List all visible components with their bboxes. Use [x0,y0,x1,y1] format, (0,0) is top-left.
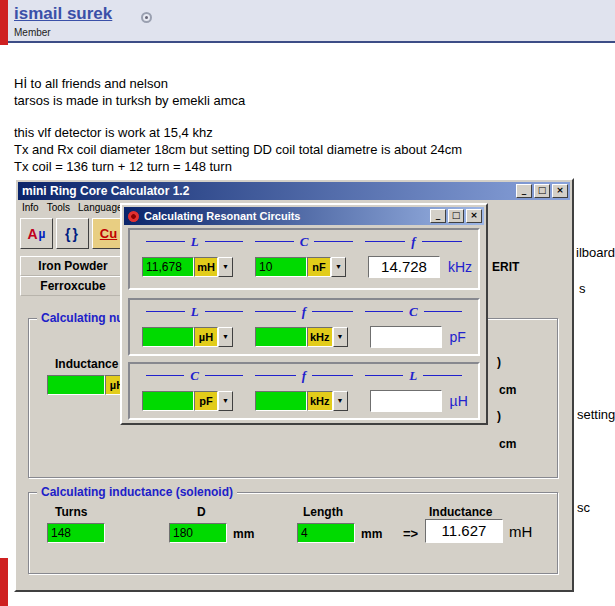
occluded-label-fragment: cm [499,383,516,397]
dropdown-arrow-icon[interactable]: ▼ [333,391,348,411]
row3-f-unit-chip[interactable]: kHz [307,391,333,411]
window-controls: _ □ × [430,209,482,223]
screen-root: ismail surek Member Hİ to all friends an… [0,0,615,606]
dropdown-arrow-icon[interactable]: ▼ [333,327,348,347]
close-button[interactable]: × [466,209,482,223]
occluded-label-fragment: ) [497,355,501,369]
post-text-line: this vlf detector is work at 15,4 khz [14,125,213,140]
row3-c-unit-chip[interactable]: pF [194,391,218,411]
toolbar: A µ {} Cu [20,218,125,249]
header-letter: f [302,305,306,318]
row-fields: pF ▼ kHz ▼ µH [142,390,478,412]
post-text-line: Tx and Rx coil diameter 18cm but setting… [14,142,462,157]
resonant-circuits-window: Calculating Resonant Circuits _ □ × L C … [120,203,488,425]
author-link[interactable]: ismail surek [14,4,112,24]
row2-l-input[interactable] [142,327,194,347]
resonant-window-titlebar[interactable]: Calculating Resonant Circuits _ □ × [124,207,484,225]
minimize-button[interactable]: _ [516,184,532,198]
resonant-circuit-button[interactable]: {} [56,218,89,249]
row2-f-input[interactable] [255,327,307,347]
solenoid-length-input[interactable] [297,523,355,543]
close-button[interactable]: × [552,184,568,198]
length-label: Length [303,505,343,519]
occluded-label-fragment: ) [497,409,501,423]
solenoid-diameter-input[interactable] [169,523,227,543]
resonant-window-title: Calculating Resonant Circuits [144,210,430,222]
header-letter: L [191,305,199,318]
row1-f-result-field: 14.728 [368,256,440,278]
converter-mu-icon: µ [39,227,46,241]
row3-l-result-field [370,390,442,412]
page-edge-red-bar-bottom [0,558,8,606]
resonant-row-lf-c: L f C µH ▼ kHz ▼ pF [128,298,480,356]
post-text-line: Hİ to all friends and nelson [14,76,168,91]
occluded-text-fragment: setting [577,407,615,422]
menu-bar: Info Tools Language (S [18,200,135,217]
row1-c-input[interactable] [255,257,307,277]
row3-c-input[interactable] [142,391,194,411]
header-letter: C [190,369,199,382]
row-fields: µH ▼ kHz ▼ pF [142,326,478,348]
maximize-button[interactable]: □ [534,184,550,198]
window-controls: _ □ × [516,184,568,198]
resonant-row-lc-f: L C f mH ▼ nF ▼ 14.728 kHz [128,228,480,290]
post-text-line: Tx coil = 136 turn + 12 turn = 148 turn [14,159,232,174]
header-letter: C [409,305,418,318]
row3-f-input[interactable] [255,391,307,411]
diameter-unit-label: mm [233,527,254,541]
dropdown-arrow-icon[interactable]: ▼ [218,391,233,411]
forum-post-header: ismail surek Member [0,0,615,41]
unit-converter-button[interactable]: A µ [20,218,53,249]
row2-f-unit-chip[interactable]: kHz [307,327,333,347]
menu-info[interactable]: Info [22,202,39,217]
row2-l-unit-chip[interactable]: µH [194,327,218,347]
group-title: Calculating nu [37,312,128,325]
menu-tools[interactable]: Tools [47,202,70,217]
turns-label: Turns [55,505,87,519]
row1-f-unit-label: kHz [448,259,472,275]
resonant-row-cf-l: C f L pF ▼ kHz ▼ µH [128,362,480,420]
solenoid-turns-input[interactable] [47,523,105,543]
member-status-icon [141,12,152,23]
copper-icon: Cu [100,226,117,241]
tab-ferroxcube[interactable]: Ferroxcube [20,276,126,296]
row-fields: mH ▼ nF ▼ 14.728 kHz [142,256,478,278]
row2-c-result-field [370,326,442,348]
minimize-button[interactable]: _ [430,209,446,223]
dropdown-arrow-icon[interactable]: ▼ [331,257,346,277]
header-letter: f [411,235,415,248]
maximize-button[interactable]: □ [448,209,464,223]
header-letter: L [409,369,417,382]
post-text-line: tarsos is made in turksh by emekli amca [14,93,245,108]
dropdown-arrow-icon[interactable]: ▼ [218,327,233,347]
converter-a-icon: A [27,226,37,242]
result-arrow: => [403,526,418,541]
tab-iron-powder[interactable]: Iron Powder [20,256,126,276]
row1-l-input[interactable] [142,257,194,277]
solenoid-inductance-group: Calculating inductance (solenoid) Turns … [28,492,558,574]
inductance-label: Inductance [55,357,118,371]
diameter-label: D [197,505,206,519]
occluded-text-fragment: ilboard [576,245,615,260]
occluded-text-fragment: sc [577,500,590,515]
row-headers: L C f [140,235,468,248]
page-edge-red-bar-top [0,0,8,45]
header-letter: L [191,235,199,248]
header-letter: f [302,369,306,382]
app-red-circle-icon [128,211,139,222]
row2-c-unit-label: pF [450,329,466,345]
row1-l-unit-chip[interactable]: mH [194,257,218,277]
row-headers: L f C [140,305,468,318]
row-headers: C f L [140,369,468,382]
turns-inductance-input[interactable] [47,375,105,395]
length-unit-label: mm [361,527,382,541]
dropdown-arrow-icon[interactable]: ▼ [218,257,233,277]
inductance-result-label: Inductance [429,505,492,519]
row1-c-unit-chip[interactable]: nF [307,257,331,277]
inductance-unit-label: mH [509,523,532,540]
main-window-titlebar[interactable]: mini Ring Core Calculator 1.2 _ □ × [18,182,570,200]
solenoid-inductance-result: 11.627 [425,519,503,543]
tab-ferrit-fragment[interactable]: ERIT [492,260,519,274]
header-letter: C [300,235,309,248]
group-title: Calculating inductance (solenoid) [37,486,237,499]
